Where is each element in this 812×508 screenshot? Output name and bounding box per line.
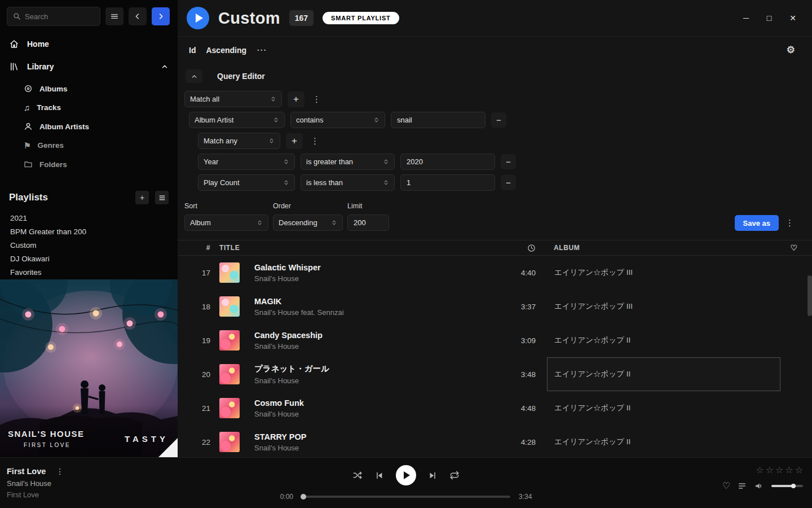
track-title[interactable]: MAGIK xyxy=(254,297,468,306)
track-album-cell[interactable]: エイリアン☆ポップ II xyxy=(547,391,780,425)
table-row[interactable]: 17 Galactic Whisper Snail's House 4:40 エ… xyxy=(178,256,812,290)
match-any-dropdown[interactable]: Match any xyxy=(198,133,280,149)
table-row[interactable]: 21 Cosmo Funk Snail's House 4:48 エイリアン☆ポ… xyxy=(178,391,812,425)
track-artist[interactable]: Snail's House xyxy=(254,376,468,385)
track-title[interactable]: プラネット・ガール xyxy=(254,364,468,374)
settings-gear-icon[interactable]: ⚙ xyxy=(787,44,803,56)
now-playing-track[interactable]: First Love xyxy=(7,467,46,476)
rule-operator-dropdown[interactable]: is greater than xyxy=(301,154,395,170)
star-icon[interactable]: ☆ xyxy=(785,465,793,475)
now-playing-artist[interactable]: Snail's House xyxy=(7,479,66,488)
track-title[interactable]: Galactic Whisper xyxy=(254,263,468,272)
star-icon[interactable]: ☆ xyxy=(766,465,774,475)
track-menu-icon[interactable]: ⋮ xyxy=(54,467,66,476)
play-playlist-button[interactable] xyxy=(187,7,209,29)
rule-operator-dropdown[interactable]: is less than xyxy=(301,174,395,191)
rule-value-input[interactable] xyxy=(400,174,495,191)
sort-field-button[interactable]: Id xyxy=(189,46,196,55)
track-artist[interactable]: Snail's House xyxy=(254,444,468,452)
track-title[interactable]: Cosmo Funk xyxy=(254,398,468,408)
track-artist[interactable]: Snail's House xyxy=(254,410,468,418)
sidebar-item-home[interactable]: Home xyxy=(0,33,178,55)
add-group-rule-button[interactable]: + xyxy=(286,133,303,149)
save-as-button[interactable]: Save as xyxy=(735,215,779,231)
sidebar-item-albums[interactable]: Albums xyxy=(0,79,178,98)
sidebar-item-tracks[interactable]: ♫ Tracks xyxy=(0,98,178,117)
playlist-item-custom[interactable]: Custom xyxy=(9,238,169,252)
nav-forward-button[interactable] xyxy=(152,7,170,25)
more-options-icon[interactable]: ⋯ xyxy=(257,44,266,56)
rule-value-input[interactable] xyxy=(391,112,486,128)
playlist-item-2021[interactable]: 2021 xyxy=(9,211,169,225)
track-album-cell[interactable]: エイリアン☆ポップ III xyxy=(547,290,780,323)
add-playlist-button[interactable]: + xyxy=(135,191,149,204)
play-pause-button[interactable] xyxy=(396,465,416,485)
remove-rule-button[interactable]: − xyxy=(491,112,506,128)
scrollbar-thumb[interactable] xyxy=(807,275,812,316)
minimize-button[interactable]: ─ xyxy=(743,14,749,23)
track-title[interactable]: Candy Spaceship xyxy=(254,331,468,340)
remove-rule-button[interactable]: − xyxy=(501,154,516,169)
column-title[interactable]: TITLE xyxy=(219,244,468,252)
match-all-dropdown[interactable]: Match all xyxy=(184,91,282,107)
now-playing-cover[interactable]: SNAIL'S HOUSE FIRST LOVE TASTY xyxy=(0,279,178,457)
table-row[interactable]: 19 Candy Spaceship Snail's House 3:09 エイ… xyxy=(178,323,812,357)
close-button[interactable]: ✕ xyxy=(789,14,796,23)
order-dropdown[interactable]: Descending xyxy=(273,214,343,231)
nav-back-button[interactable] xyxy=(129,7,147,25)
remove-rule-button[interactable]: − xyxy=(501,175,516,190)
rule-field-dropdown[interactable]: Play Count xyxy=(198,174,295,191)
menu-button[interactable] xyxy=(105,7,123,25)
repeat-button[interactable] xyxy=(449,470,460,480)
limit-input[interactable] xyxy=(347,214,389,231)
sidebar-item-genres[interactable]: ⚑ Genres xyxy=(0,136,178,155)
track-album-cell[interactable]: エイリアン☆ポップ III xyxy=(547,256,780,290)
collapse-query-editor-button[interactable] xyxy=(186,69,202,83)
add-rule-button[interactable]: + xyxy=(288,91,304,107)
rule-group-menu-icon[interactable]: ⋮ xyxy=(310,94,323,104)
previous-button[interactable] xyxy=(374,471,384,480)
star-icon[interactable]: ☆ xyxy=(775,465,783,475)
favorite-heart-icon[interactable]: ♡ xyxy=(722,480,730,491)
track-album-cell[interactable]: エイリアン☆ポップ II xyxy=(547,323,780,357)
chevron-up-icon[interactable] xyxy=(161,63,169,71)
rule-value-input[interactable] xyxy=(400,154,495,170)
volume-slider[interactable] xyxy=(771,485,803,487)
sidebar-item-folders[interactable]: Folders xyxy=(0,155,178,174)
next-button[interactable] xyxy=(428,471,438,480)
rule-operator-dropdown[interactable]: contains xyxy=(290,112,385,128)
star-icon[interactable]: ☆ xyxy=(795,465,803,475)
volume-handle[interactable] xyxy=(791,484,796,488)
rule-field-dropdown[interactable]: Year xyxy=(198,154,295,170)
track-artist[interactable]: Snail's House xyxy=(254,342,468,351)
sidebar-item-library[interactable]: Library xyxy=(0,55,178,78)
column-favorite[interactable]: ♡ xyxy=(780,243,807,252)
maximize-button[interactable]: □ xyxy=(767,14,771,23)
shuffle-button[interactable] xyxy=(352,470,363,480)
track-artist[interactable]: Snail's House xyxy=(254,274,468,283)
column-index[interactable]: # xyxy=(192,244,210,252)
group-menu-icon[interactable]: ⋮ xyxy=(308,136,321,146)
playlist-list-button[interactable] xyxy=(155,191,169,204)
sidebar-item-album-artists[interactable]: Album Artists xyxy=(0,117,178,136)
volume-button[interactable] xyxy=(754,481,764,491)
rule-field-dropdown[interactable]: Album Artist xyxy=(189,112,285,128)
seek-bar[interactable] xyxy=(302,496,510,498)
playlist-item-favorites[interactable]: Favorites xyxy=(9,265,169,279)
track-album-cell-selected[interactable]: エイリアン☆ポップ II xyxy=(547,357,780,391)
table-row[interactable]: 18 MAGIK Snail's House feat. Sennzai 3:3… xyxy=(178,290,812,323)
track-title[interactable]: STARRY POP xyxy=(254,432,468,441)
save-menu-icon[interactable]: ⋮ xyxy=(783,218,796,228)
track-artist[interactable]: Snail's House feat. Sennzai xyxy=(254,308,468,317)
playlist-item-dj-okawari[interactable]: DJ Okawari xyxy=(9,252,169,265)
track-album-cell[interactable]: エイリアン☆ポップ II xyxy=(547,425,780,456)
search-input[interactable] xyxy=(25,12,94,21)
seek-handle[interactable] xyxy=(301,494,306,500)
search-input-wrap[interactable] xyxy=(7,7,100,26)
now-playing-album[interactable]: First Love xyxy=(7,491,66,499)
star-icon[interactable]: ☆ xyxy=(756,465,764,475)
playlist-item-bpm[interactable]: BPM Greater than 200 xyxy=(9,225,169,238)
sort-dropdown[interactable]: Album xyxy=(184,214,268,231)
sort-order-button[interactable]: Ascending xyxy=(206,46,246,55)
column-duration[interactable] xyxy=(468,244,536,252)
